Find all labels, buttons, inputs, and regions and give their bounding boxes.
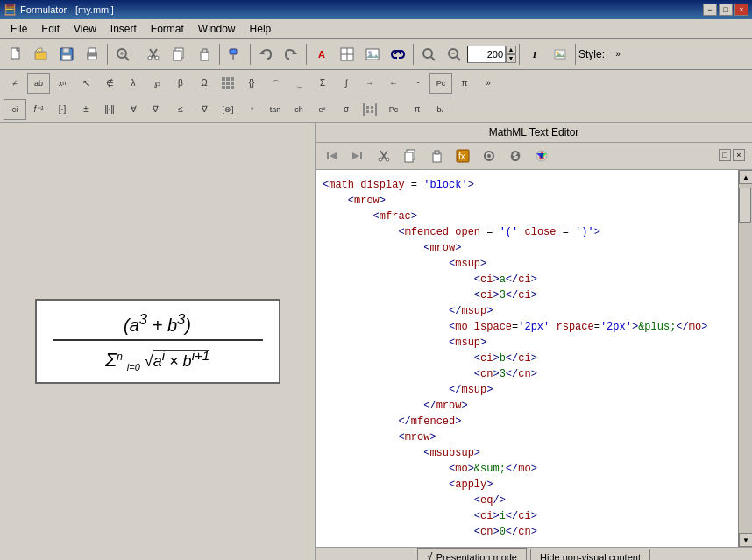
find-button[interactable]: [416, 43, 441, 66]
table-button[interactable]: [335, 43, 359, 66]
mathml-refresh-btn[interactable]: [503, 145, 528, 167]
menu-insert[interactable]: Insert: [103, 21, 144, 37]
matrix-btn[interactable]: [358, 99, 381, 120]
italic-button[interactable]: I: [522, 43, 547, 66]
scroll-down-btn[interactable]: ▼: [739, 533, 752, 547]
export-pdf-button[interactable]: A: [309, 43, 334, 66]
minimize-button[interactable]: −: [703, 4, 717, 16]
link-button[interactable]: [386, 43, 410, 66]
menu-file[interactable]: File: [4, 21, 34, 37]
menu-edit[interactable]: Edit: [34, 21, 67, 37]
matrix33-btn[interactable]: [216, 73, 239, 94]
ch-btn[interactable]: ch: [287, 99, 310, 120]
norm-btn[interactable]: ‖·‖: [98, 99, 121, 120]
svg-line-11: [125, 57, 129, 60]
copy-button[interactable]: [167, 43, 191, 66]
weierp-btn[interactable]: ℘: [145, 73, 168, 94]
mathml-paste-btn[interactable]: [424, 145, 449, 167]
overbrace-btn[interactable]: ⏞: [264, 73, 287, 94]
zoom-input[interactable]: [467, 46, 506, 63]
curlybraces-btn[interactable]: {}: [240, 73, 263, 94]
zoom-preview-button[interactable]: [110, 43, 135, 66]
insert-image2-button[interactable]: [548, 43, 572, 66]
mathml-cut-btn[interactable]: [372, 145, 396, 167]
ci-btn[interactable]: ci: [4, 99, 26, 120]
super-btn[interactable]: ˢ: [240, 99, 263, 120]
mathfield-btn[interactable]: Pc: [429, 73, 452, 94]
presentation-mode-button[interactable]: √ Presentation mode: [417, 548, 527, 560]
integral-btn[interactable]: ∫: [335, 73, 358, 94]
arrow-nw-btn[interactable]: ↖: [74, 73, 97, 94]
gradient-btn[interactable]: ∇·: [145, 99, 168, 120]
nabla-btn[interactable]: ∇: [193, 99, 216, 120]
redo-button[interactable]: [279, 43, 303, 66]
more-btn[interactable]: »: [477, 73, 500, 94]
svg-text:fx: fx: [458, 152, 465, 161]
format-brush-button[interactable]: [223, 43, 247, 66]
formula-panel: (a3 + b3) Σn i=0 √ai × bi+1: [0, 123, 316, 560]
scroll-up-btn[interactable]: ▲: [739, 170, 752, 184]
beta-btn[interactable]: β: [169, 73, 192, 94]
zoom-up-arrow[interactable]: ▲: [506, 46, 516, 54]
brackets-btn[interactable]: [·]: [51, 99, 74, 120]
mathml-copy-btn[interactable]: [398, 145, 422, 167]
print-button[interactable]: [80, 43, 104, 66]
mathml-close-btn[interactable]: ×: [733, 149, 745, 161]
neq-btn[interactable]: ≠: [4, 73, 26, 94]
pi2-btn[interactable]: π: [406, 99, 429, 120]
bv-btn[interactable]: bᵥ: [429, 99, 452, 120]
code-area[interactable]: <math display = 'block'> <mrow> <mfrac> …: [316, 170, 738, 547]
omega-btn[interactable]: Ω: [193, 73, 216, 94]
svg-point-16: [148, 56, 152, 60]
svg-rect-5: [63, 48, 69, 53]
sigma2-btn[interactable]: σ: [335, 99, 358, 120]
pc2-btn[interactable]: Pc: [382, 99, 405, 120]
mathml-palette-btn[interactable]: [529, 145, 554, 167]
title-bar-left: 🧮 Formulator - [my.mml]: [4, 4, 114, 16]
exp-btn[interactable]: eˣ: [311, 99, 334, 120]
close-button[interactable]: ×: [734, 4, 748, 16]
zoom-down-arrow[interactable]: ▼: [506, 54, 516, 63]
scroll-thumb[interactable]: [739, 188, 751, 223]
cut-button[interactable]: [141, 43, 166, 66]
toolbar-sep-4: [250, 44, 251, 65]
mathml-apply-btn[interactable]: fx: [450, 145, 475, 167]
leq-btn[interactable]: ≤: [169, 99, 192, 120]
paste-button[interactable]: [192, 43, 216, 66]
toolbar-sep-6: [413, 44, 414, 65]
forall-btn[interactable]: ∀: [122, 99, 145, 120]
f1-btn[interactable]: f⁻¹: [27, 99, 50, 120]
notmember-btn[interactable]: ∉: [98, 73, 121, 94]
plusminus-btn[interactable]: ±: [74, 99, 97, 120]
menu-window[interactable]: Window: [191, 21, 243, 37]
rightarrow-btn[interactable]: →: [358, 73, 381, 94]
pi-btn[interactable]: π: [453, 73, 476, 94]
menu-help[interactable]: Help: [243, 21, 279, 37]
mathml-maximize-btn[interactable]: □: [719, 149, 731, 161]
menu-view[interactable]: View: [67, 21, 103, 37]
dotsim-btn[interactable]: ~: [406, 73, 429, 94]
image-button[interactable]: [360, 43, 385, 66]
tensor-btn[interactable]: [⊗]: [216, 99, 239, 120]
maximize-button[interactable]: □: [719, 4, 733, 16]
leftarrow-btn[interactable]: ←: [382, 73, 405, 94]
mathml-settings-btn[interactable]: [477, 145, 501, 167]
svg-rect-8: [89, 48, 96, 53]
style-more-button[interactable]: »: [606, 43, 630, 66]
title-bar: 🧮 Formulator - [my.mml] − □ ×: [0, 0, 752, 19]
open-button[interactable]: [29, 43, 53, 66]
subscript-btn[interactable]: xn: [51, 73, 74, 94]
menu-format[interactable]: Format: [144, 21, 191, 37]
mathml-back-btn[interactable]: [319, 145, 344, 167]
zoom-out-button[interactable]: [442, 43, 466, 66]
lambda-btn[interactable]: λ: [122, 73, 145, 94]
undo-button[interactable]: [253, 43, 278, 66]
save-button[interactable]: [54, 43, 79, 66]
new-button[interactable]: [4, 43, 28, 66]
hide-nonvisual-button[interactable]: Hide non-visual content: [530, 549, 650, 561]
tan-btn[interactable]: tan: [264, 99, 287, 120]
mathml-forward-btn[interactable]: [345, 145, 370, 167]
underbrace-btn[interactable]: ⏟: [287, 73, 310, 94]
ab-btn[interactable]: ab: [27, 73, 50, 94]
sigma-btn[interactable]: Σ: [311, 73, 334, 94]
